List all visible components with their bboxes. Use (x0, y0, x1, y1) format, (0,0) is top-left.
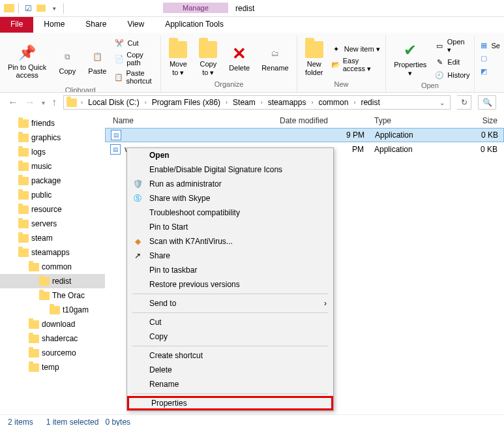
folder-tree[interactable]: friendsgraphicslogsmusicpackagepublicres… (0, 112, 105, 414)
move-to-button[interactable]: Move to ▾ (165, 39, 191, 77)
col-name[interactable]: Name (105, 115, 274, 128)
history-button[interactable]: 🕘History (434, 68, 469, 82)
ctx-copy[interactable]: Copy (127, 329, 333, 344)
tree-item-friends[interactable]: friends (0, 116, 105, 130)
ctx-create-shortcut[interactable]: Create shortcut (127, 348, 333, 363)
new-item-button[interactable]: ✦New item ▾ (331, 42, 381, 55)
select-all-button[interactable]: ▦Se (479, 39, 500, 52)
ctx-send-to[interactable]: Send to› (127, 296, 333, 311)
paste-shortcut-button[interactable]: 📋Paste shortcut (114, 68, 156, 86)
tab-home[interactable]: Home (33, 17, 75, 33)
easy-access-button[interactable]: 📂Easy access ▾ (331, 55, 381, 74)
tree-item-public[interactable]: public (0, 188, 105, 202)
ctx-share-skype[interactable]: ⓈShare with Skype (127, 191, 333, 205)
breadcrumb-item[interactable]: Local Disk (C:) (85, 98, 142, 107)
select-none-button[interactable]: ▢ (479, 52, 500, 65)
tree-item-common[interactable]: common (0, 260, 105, 274)
nav-forward-button[interactable]: → (25, 97, 35, 108)
tree-item-shadercac[interactable]: shadercac (0, 331, 105, 346)
tab-share[interactable]: Share (75, 17, 117, 33)
copy-path-button[interactable]: 📄Copy path (114, 50, 156, 68)
breadcrumb-item[interactable]: redist (358, 98, 382, 107)
tree-item-redist[interactable]: redist (0, 274, 105, 288)
invert-selection-button[interactable]: ◩ (479, 65, 500, 78)
ctx-pin-taskbar[interactable]: Pin to taskbar (127, 263, 333, 277)
address-history-dropdown[interactable]: ⌄ (439, 99, 447, 106)
contextual-tab-label: Manage (163, 3, 228, 13)
nav-recent-dropdown[interactable]: ▾ (42, 99, 45, 106)
refresh-button[interactable]: ↻ (457, 95, 471, 110)
breadcrumb-item[interactable]: Program Files (x86) (149, 98, 223, 107)
col-size[interactable]: Size (457, 115, 503, 128)
col-date[interactable]: Date modified (274, 115, 369, 128)
properties-button[interactable]: ✔ Properties ▾ (390, 40, 430, 78)
tree-item-label: shadercac (42, 334, 78, 343)
ctx-run-as-admin[interactable]: 🛡️Run as administrator (127, 177, 333, 191)
breadcrumb-item[interactable]: common (316, 98, 351, 107)
tree-item-music[interactable]: music (0, 159, 105, 174)
tree-item-sourcemo[interactable]: sourcemo (0, 346, 105, 360)
ctx-open[interactable]: Open (127, 148, 333, 162)
nav-up-button[interactable]: ↑ (52, 97, 57, 108)
edit-button[interactable]: ✎Edit (434, 55, 469, 68)
address-bar[interactable]: › Local Disk (C:)› Program Files (x86)› … (63, 95, 451, 110)
nav-back-button[interactable]: ← (8, 97, 18, 108)
qat-newfolder-icon[interactable] (36, 3, 46, 14)
paste-icon: 📋 (88, 48, 106, 66)
pin-quick-access-button[interactable]: 📌 Pin to Quick access (4, 42, 50, 80)
open-button[interactable]: ▭Open ▾ (434, 37, 469, 55)
tree-item-resource[interactable]: resource (0, 202, 105, 217)
titlebar: ☑ ▾ Manage redist (0, 0, 504, 17)
tree-item-t10gam[interactable]: t10gam (0, 303, 105, 317)
scissors-icon: ✂️ (114, 38, 125, 48)
tree-item-steam[interactable]: steam (0, 231, 105, 245)
search-input[interactable]: 🔍 (478, 95, 496, 110)
ctx-k7-scan[interactable]: ◆Scan with K7AntiVirus... (127, 234, 333, 249)
breadcrumb-item[interactable]: Steam (230, 98, 258, 107)
tree-item-download[interactable]: download (0, 317, 105, 331)
qat-properties-icon[interactable]: ☑ (23, 3, 33, 14)
tree-item-temp[interactable]: temp (0, 360, 105, 374)
ctx-share[interactable]: ↗Share (127, 249, 333, 263)
tree-item-servers[interactable]: servers (0, 217, 105, 231)
ctx-properties[interactable]: Properties (127, 396, 333, 410)
qat-dropdown-icon[interactable]: ▾ (49, 3, 59, 14)
delete-icon: ✕ (230, 44, 248, 63)
ribbon-group-select: ▦Se ▢ ◩ (475, 35, 504, 92)
tree-item-label: download (42, 320, 75, 329)
delete-button[interactable]: ✕ Delete (225, 43, 254, 73)
ctx-pin-start[interactable]: Pin to Start (127, 220, 333, 234)
ctx-toggle-sig-icons[interactable]: Enable/Disable Digital Signature Icons (127, 162, 333, 177)
breadcrumb-item[interactable]: steamapps (265, 98, 309, 107)
tab-view[interactable]: View (117, 17, 155, 33)
tab-application-tools[interactable]: Application Tools (155, 17, 234, 33)
address-row: ← → ▾ ↑ › Local Disk (C:)› Program Files… (0, 93, 504, 112)
column-headers: Name Date modified Type Size (105, 112, 504, 128)
copy-to-button[interactable]: Copy to ▾ (195, 39, 221, 77)
tree-item-the-orac[interactable]: The Orac (0, 288, 105, 303)
ctx-cut[interactable]: Cut (127, 315, 333, 329)
ctx-restore-versions[interactable]: Restore previous versions (127, 277, 333, 292)
tree-item-package[interactable]: package (0, 174, 105, 188)
select-all-icon: ▦ (479, 40, 489, 51)
paste-button[interactable]: 📋 Paste (84, 46, 110, 76)
tree-item-label: package (31, 176, 61, 185)
file-row[interactable]: ▤ 9 PM Application 0 KB (105, 128, 504, 142)
cut-button[interactable]: ✂️Cut (114, 37, 156, 50)
col-type[interactable]: Type (369, 115, 457, 128)
tree-item-graphics[interactable]: graphics (0, 130, 105, 145)
tab-file[interactable]: File (0, 17, 33, 33)
ctx-rename[interactable]: Rename (127, 377, 333, 391)
new-folder-button[interactable]: New folder (301, 39, 327, 77)
tree-item-steamapps[interactable]: steamapps (0, 245, 105, 260)
select-none-icon: ▢ (479, 53, 489, 64)
rename-button[interactable]: 🗂 Rename (258, 43, 293, 73)
folder-icon (39, 292, 50, 300)
folder-icon (18, 191, 29, 200)
folder-icon (18, 119, 29, 128)
ctx-delete[interactable]: Delete (127, 363, 333, 377)
ctx-troubleshoot[interactable]: Troubleshoot compatibility (127, 205, 333, 220)
copy-button[interactable]: ⧉ Copy (54, 46, 80, 76)
tree-item-logs[interactable]: logs (0, 145, 105, 159)
copy-path-icon: 📄 (114, 53, 124, 64)
